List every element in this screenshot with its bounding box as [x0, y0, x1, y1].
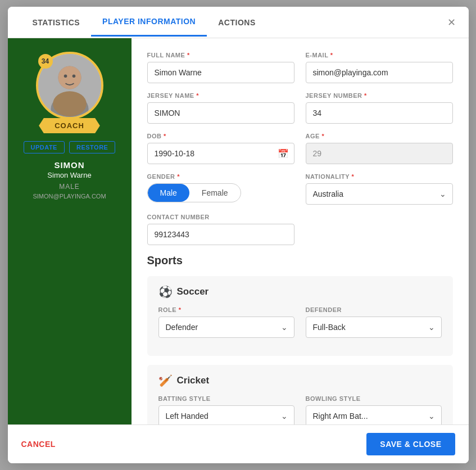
label-nationality: NATIONALITY * [306, 173, 453, 180]
label-dob: DOB * [147, 133, 294, 139]
sidebar-gender: MALE [59, 183, 80, 191]
modal: STATISTICS PLAYER INFORMATION ACTIONS ✕ … [8, 7, 469, 463]
group-nationality: NATIONALITY * Australia United States Un… [306, 173, 453, 205]
close-button[interactable]: ✕ [444, 15, 460, 30]
batting-select-wrapper: Left Handed Right Handed ⌄ [158, 405, 294, 424]
input-email[interactable] [306, 62, 453, 83]
group-jersey-name: JERSEY NAME * [147, 92, 294, 124]
tab-actions[interactable]: ACTIONS [207, 9, 267, 36]
label-jersey-number: JERSEY NUMBER * [306, 92, 453, 99]
soccer-card: ⚽ Soccer ROLE * Defender Midfielder [147, 276, 453, 356]
row-dob-age: DOB * 📅 AGE * [147, 133, 453, 164]
modal-overlay: STATISTICS PLAYER INFORMATION ACTIONS ✕ … [0, 0, 476, 470]
svg-point-6 [53, 91, 87, 116]
label-defender: DEFENDER [306, 306, 442, 313]
spacer [306, 214, 453, 245]
sidebar: 34 [8, 38, 132, 424]
gender-male-button[interactable]: Male [148, 184, 189, 202]
group-defender-type: DEFENDER Full-Back Centre-Back Wing-Back… [306, 306, 442, 338]
soccer-header: ⚽ Soccer [158, 285, 442, 299]
label-age: AGE * [306, 133, 453, 139]
label-email: E-MAIL * [306, 52, 453, 58]
group-email: E-MAIL * [306, 52, 453, 83]
select-defender[interactable]: Full-Back Centre-Back Wing-Back [306, 317, 442, 338]
soccer-icon: ⚽ [158, 285, 173, 299]
label-full-name: FULL NAME * [147, 52, 294, 58]
cricket-card: 🏏 Cricket BATTING STYLE Left Handed Righ… [147, 365, 453, 424]
group-jersey-number: JERSEY NUMBER * [306, 92, 453, 124]
cricket-name: Cricket [177, 375, 210, 386]
row-contact: CONTACT NUMBER [147, 214, 453, 245]
label-contact: CONTACT NUMBER [147, 214, 294, 220]
group-bowling-style: BOWLING STYLE Right Arm Bat... Left Arm … [306, 395, 442, 424]
label-soccer-role: ROLE * [158, 306, 294, 313]
sidebar-fullname: Simon Warne [47, 171, 91, 179]
dob-input-wrapper: 📅 [147, 143, 294, 164]
sidebar-username: SIMON [54, 160, 84, 170]
input-age [306, 143, 453, 164]
label-jersey-name: JERSEY NAME * [147, 92, 294, 99]
group-gender: GENDER * Male Female [147, 173, 294, 205]
action-buttons: UPDATE RESTORE [24, 141, 116, 153]
select-soccer-role[interactable]: Defender Midfielder Forward Goalkeeper [158, 317, 294, 338]
coach-banner: COACH [39, 118, 100, 133]
group-soccer-role: ROLE * Defender Midfielder Forward Goalk… [158, 306, 294, 338]
select-batting-style[interactable]: Left Handed Right Handed [158, 405, 294, 424]
badge-number: 34 [38, 54, 53, 69]
defender-select-wrapper: Full-Back Centre-Back Wing-Back ⌄ [306, 317, 442, 338]
input-jersey-number[interactable] [306, 102, 453, 124]
input-jersey-name[interactable] [147, 102, 294, 124]
tab-player-information[interactable]: PLAYER INFORMATION [91, 8, 207, 37]
row-name-email: FULL NAME * E-MAIL * [147, 52, 453, 83]
input-full-name[interactable] [147, 62, 294, 83]
tab-bar: STATISTICS PLAYER INFORMATION ACTIONS ✕ [8, 7, 469, 38]
content-area: FULL NAME * E-MAIL * J [132, 38, 469, 424]
select-nationality[interactable]: Australia United States United Kingdom I… [306, 183, 453, 205]
restore-button[interactable]: RESTORE [69, 141, 115, 153]
group-batting-style: BATTING STYLE Left Handed Right Handed ⌄ [158, 395, 294, 424]
cricket-header: 🏏 Cricket [158, 374, 442, 387]
modal-footer: CANCEL SAVE & CLOSE [8, 424, 469, 463]
row-jersey: JERSEY NAME * JERSEY NUMBER * [147, 92, 453, 124]
gender-female-button[interactable]: Female [189, 184, 241, 202]
bowling-select-wrapper: Right Arm Bat... Left Arm Bat... ⌄ [306, 405, 442, 424]
tab-statistics[interactable]: STATISTICS [21, 9, 92, 36]
label-gender: GENDER * [147, 173, 294, 180]
input-dob[interactable] [147, 143, 294, 164]
svg-point-4 [64, 74, 67, 78]
nationality-select-wrapper: Australia United States United Kingdom I… [306, 183, 453, 205]
label-batting-style: BATTING STYLE [158, 395, 294, 402]
avatar-container: 34 [36, 52, 103, 119]
soccer-name: Soccer [177, 286, 209, 297]
soccer-role-select-wrapper: Defender Midfielder Forward Goalkeeper ⌄ [158, 317, 294, 338]
group-contact: CONTACT NUMBER [147, 214, 294, 245]
svg-point-3 [58, 66, 81, 89]
gender-toggle: Male Female [147, 183, 241, 202]
row-gender-nationality: GENDER * Male Female NATIONALITY * [147, 173, 453, 205]
cancel-button[interactable]: CANCEL [21, 440, 56, 449]
sidebar-email: SIMON@PLAYINGA.COM [33, 193, 106, 200]
group-age: AGE * [306, 133, 453, 164]
select-bowling-style[interactable]: Right Arm Bat... Left Arm Bat... [306, 405, 442, 424]
soccer-role-row: ROLE * Defender Midfielder Forward Goalk… [158, 306, 442, 338]
sports-section-title: Sports [147, 254, 453, 267]
update-button[interactable]: UPDATE [24, 141, 65, 153]
cricket-icon: 🏏 [158, 374, 173, 387]
cricket-style-row: BATTING STYLE Left Handed Right Handed ⌄… [158, 395, 442, 424]
save-close-button[interactable]: SAVE & CLOSE [366, 433, 455, 455]
group-full-name: FULL NAME * [147, 52, 294, 83]
label-bowling-style: BOWLING STYLE [306, 395, 442, 402]
input-contact[interactable] [147, 224, 294, 245]
modal-body: 34 [8, 38, 469, 424]
group-dob: DOB * 📅 [147, 133, 294, 164]
svg-point-5 [72, 74, 75, 78]
